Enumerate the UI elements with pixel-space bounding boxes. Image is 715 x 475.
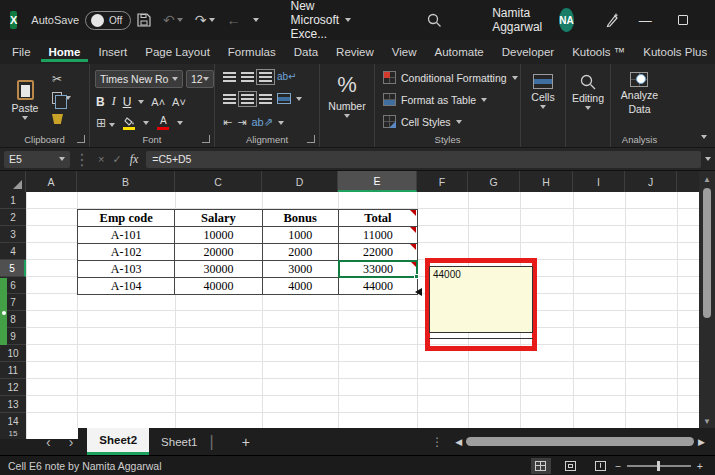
row-header-10[interactable]: 10 bbox=[0, 345, 26, 362]
tab-developer[interactable]: Developer bbox=[494, 43, 562, 61]
insert-function-button[interactable]: fx bbox=[130, 152, 139, 167]
scroll-up-icon[interactable]: ▲ bbox=[703, 175, 711, 184]
scroll-down-icon[interactable]: ▼ bbox=[703, 417, 711, 426]
number-format-button[interactable]: % Number bbox=[328, 72, 365, 118]
row-header-5[interactable]: 5 bbox=[0, 260, 26, 277]
cell-c6[interactable]: 40000 bbox=[175, 278, 262, 295]
vertical-scroll-thumb[interactable] bbox=[703, 188, 711, 318]
row-header-12[interactable]: 12 bbox=[0, 379, 26, 396]
col-header-partial[interactable] bbox=[677, 171, 699, 192]
cell-d4[interactable]: 2000 bbox=[262, 244, 338, 261]
font-dialog-launcher[interactable] bbox=[202, 135, 210, 143]
cell-e4[interactable]: 22000 bbox=[338, 244, 417, 261]
cell-d3[interactable]: 1000 bbox=[262, 227, 338, 244]
cell-c4[interactable]: 20000 bbox=[175, 244, 262, 261]
copy-button[interactable] bbox=[52, 92, 71, 104]
select-all-button[interactable] bbox=[0, 171, 26, 192]
save-button[interactable] bbox=[131, 13, 157, 27]
row-header-15[interactable]: 15 bbox=[0, 428, 26, 439]
font-name-select[interactable]: Times New Ro bbox=[95, 70, 183, 88]
decrease-indent-button[interactable]: ⇤ bbox=[223, 116, 232, 129]
align-center-button[interactable] bbox=[241, 94, 254, 104]
header-emp-code[interactable]: Emp code bbox=[78, 210, 175, 227]
col-header-f[interactable]: F bbox=[417, 171, 468, 192]
row-header-1[interactable]: 1 bbox=[0, 192, 26, 209]
cancel-button[interactable]: × bbox=[98, 153, 104, 165]
cell-d6[interactable]: 4000 bbox=[262, 278, 338, 295]
cell-b6[interactable]: A-104 bbox=[78, 278, 175, 295]
page-break-view-button[interactable] bbox=[591, 458, 611, 474]
collapse-ribbon-button[interactable] bbox=[701, 125, 707, 143]
orientation-button[interactable]: ab⇗ bbox=[251, 116, 272, 129]
cell-d5[interactable]: 3000 bbox=[262, 261, 338, 278]
col-header-b[interactable]: B bbox=[77, 171, 175, 192]
scroll-right-icon[interactable]: ▶ bbox=[698, 437, 705, 447]
alignment-dialog-launcher[interactable] bbox=[307, 135, 315, 143]
cell-b5[interactable]: A-103 bbox=[78, 261, 175, 278]
format-as-table-button[interactable]: Format as Table bbox=[383, 93, 487, 106]
header-bonus[interactable]: Bonus bbox=[262, 210, 338, 227]
redo-button[interactable]: ↷ bbox=[189, 12, 221, 28]
grow-font-button[interactable]: A˄ bbox=[151, 96, 165, 108]
tab-kutools[interactable]: Kutools ™ bbox=[564, 43, 633, 61]
zoom-in-button[interactable]: + bbox=[697, 460, 703, 472]
fill-handle[interactable] bbox=[414, 274, 419, 279]
close-button[interactable]: × bbox=[702, 0, 715, 40]
col-header-e[interactable]: E bbox=[338, 171, 417, 192]
autosave-control[interactable]: AutoSave Off bbox=[31, 11, 131, 30]
maximize-button[interactable] bbox=[664, 0, 702, 40]
header-total[interactable]: Total bbox=[338, 210, 417, 227]
tab-automate[interactable]: Automate bbox=[427, 43, 492, 61]
cells-button[interactable]: Cells bbox=[531, 74, 554, 109]
paste-button[interactable]: Paste bbox=[6, 70, 44, 130]
document-title[interactable]: New Microsoft Exce... bbox=[291, 0, 352, 41]
editing-button[interactable]: Editing bbox=[572, 74, 604, 110]
scroll-left-icon[interactable]: ◀ bbox=[455, 437, 462, 447]
copilot-button[interactable] bbox=[598, 12, 626, 28]
sheet-tab-sheet2[interactable]: Sheet2 bbox=[87, 428, 149, 455]
fill-color-button[interactable] bbox=[123, 117, 135, 130]
back-button[interactable]: ← bbox=[221, 12, 247, 28]
undo-button[interactable]: ↶ bbox=[157, 12, 189, 28]
conditional-formatting-button[interactable]: Conditional Formatting bbox=[383, 71, 518, 84]
borders-button[interactable]: ⊞ bbox=[96, 116, 115, 130]
tab-kutools-plus[interactable]: Kutools Plus bbox=[635, 43, 715, 61]
align-bottom-button[interactable] bbox=[259, 72, 272, 82]
bold-button[interactable]: B bbox=[96, 95, 105, 109]
horizontal-scrollbar[interactable]: ◀ ▶ bbox=[455, 437, 705, 447]
quick-access-overflow-button[interactable] bbox=[247, 18, 265, 22]
col-header-d[interactable]: D bbox=[262, 171, 338, 192]
page-layout-view-button[interactable] bbox=[561, 458, 581, 474]
search-button[interactable] bbox=[421, 13, 448, 28]
cell-note[interactable]: 44000 bbox=[429, 266, 533, 333]
cell-styles-button[interactable]: Cell Styles bbox=[383, 115, 462, 128]
enter-button[interactable]: ✓ bbox=[112, 153, 121, 166]
new-sheet-button[interactable]: + bbox=[242, 434, 250, 450]
account-control[interactable]: Namita Aggarwal NA bbox=[492, 6, 574, 34]
tab-home[interactable]: Home bbox=[41, 43, 89, 62]
align-top-button[interactable] bbox=[223, 72, 236, 82]
wrap-text-button[interactable]: ab↵ bbox=[277, 71, 297, 82]
zoom-slider-knob[interactable] bbox=[657, 461, 660, 471]
align-middle-button[interactable] bbox=[241, 72, 254, 82]
col-header-h[interactable]: H bbox=[520, 171, 573, 192]
cell-c5[interactable]: 30000 bbox=[175, 261, 262, 278]
col-header-c[interactable]: C bbox=[175, 171, 262, 192]
cell-b3[interactable]: A-101 bbox=[78, 227, 175, 244]
sheet-tab-sheet1[interactable]: Sheet1 bbox=[149, 428, 209, 455]
tab-insert[interactable]: Insert bbox=[90, 43, 135, 61]
row-header-3[interactable]: 3 bbox=[0, 226, 26, 243]
tab-view[interactable]: View bbox=[384, 43, 425, 61]
tab-data[interactable]: Data bbox=[286, 43, 326, 61]
font-size-select[interactable]: 12 bbox=[186, 70, 214, 88]
row-header-4[interactable]: 4 bbox=[0, 243, 26, 260]
splitter-dots-icon[interactable]: ⋮ bbox=[431, 435, 443, 449]
tab-file[interactable]: File bbox=[4, 43, 39, 61]
row-header-2[interactable]: 2 bbox=[0, 209, 26, 226]
shrink-font-button[interactable]: A˅ bbox=[172, 96, 186, 108]
normal-view-button[interactable] bbox=[531, 458, 551, 474]
name-box[interactable]: E5 bbox=[4, 151, 70, 168]
col-header-i[interactable]: I bbox=[573, 171, 625, 192]
horizontal-scroll-thumb[interactable] bbox=[466, 437, 694, 446]
autosave-toggle[interactable]: Off bbox=[85, 11, 131, 30]
